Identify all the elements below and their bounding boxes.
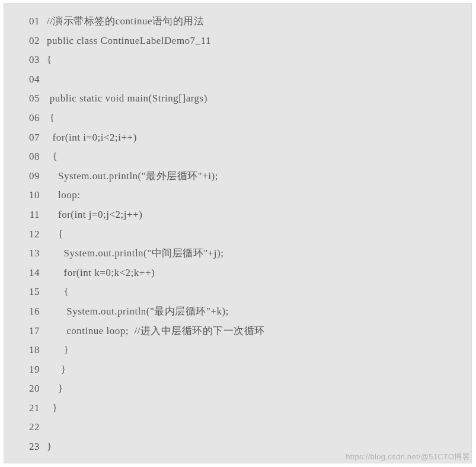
line-number: 20 [18,379,47,399]
line-text: { [47,109,55,128]
code-line: 01//演示带标签的continue语句的用法 [18,12,457,31]
code-line: 21 } [18,399,457,418]
code-line: 05 public static void main(String[]args) [18,89,457,109]
line-number: 18 [18,341,47,360]
line-text: System.out.println("最外层循环"+i); [47,167,218,186]
line-text: for(int j=0;j<2;j++) [47,205,142,225]
line-number: 13 [18,244,47,263]
line-text: { [47,147,57,167]
line-number: 04 [18,70,47,90]
line-text: for(int i=0;i<2;i++) [47,128,137,148]
code-line: 18 } [18,341,457,360]
code-line: 02public class ContinueLabelDemo7_11 [18,31,457,51]
line-number: 01 [18,12,47,31]
line-text: } [47,379,63,399]
line-text: public class ContinueLabelDemo7_11 [47,31,211,51]
code-line: 11 for(int j=0;j<2;j++) [18,205,457,225]
line-number: 09 [18,167,47,186]
code-line: 14 for(int k=0;k<2;k++) [18,263,457,283]
line-text: } [47,437,52,457]
line-text: { [47,50,52,70]
line-number: 16 [18,302,47,322]
line-number: 23 [18,437,47,457]
line-number: 08 [18,147,47,167]
line-text: { [47,225,63,244]
line-number: 15 [18,282,47,302]
line-text: System.out.println("中间层循环"+j); [47,244,223,263]
line-number: 21 [18,399,47,418]
code-line: 04 [18,70,457,90]
code-line: 10 loop: [18,186,457,205]
code-line: 03{ [18,50,457,70]
line-number: 03 [18,50,47,70]
code-block: 01//演示带标签的continue语句的用法 02public class C… [4,3,472,463]
code-line: 13 System.out.println("中间层循环"+j); [18,244,457,263]
watermark: https://blog.csdn.net/@51CTO博客 [346,452,470,462]
line-text: loop: [47,186,80,205]
line-number: 06 [18,109,47,128]
line-number: 17 [18,322,47,341]
line-text: //演示带标签的continue语句的用法 [47,12,204,31]
code-line: 16 System.out.println("最内层循环"+k); [18,302,457,322]
line-number: 19 [18,360,47,380]
line-number: 02 [18,31,47,51]
line-text: System.out.println("最内层循环"+k); [47,302,229,322]
line-text: public static void main(String[]args) [47,89,207,109]
line-text: { [47,282,69,302]
code-line: 17 continue loop; //进入中层循环的下一次循环 [18,322,457,341]
code-line: 09 System.out.println("最外层循环"+i); [18,167,457,186]
line-number: 05 [18,89,47,109]
code-line: 22 [18,418,457,437]
code-line: 06 { [18,109,457,128]
line-text: } [47,399,57,418]
line-number: 10 [18,186,47,205]
code-line: 08 { [18,147,457,167]
line-text: } [47,360,66,380]
line-text: continue loop; //进入中层循环的下一次循环 [47,322,265,341]
line-number: 14 [18,263,47,283]
code-line: 19 } [18,360,457,380]
code-line: 12 { [18,225,457,244]
line-number: 07 [18,128,47,148]
line-text: for(int k=0;k<2;k++) [47,263,155,283]
line-number: 22 [18,418,47,437]
code-line: 15 { [18,282,457,302]
line-number: 11 [18,205,47,225]
line-text: } [47,341,69,360]
code-line: 07 for(int i=0;i<2;i++) [18,128,457,148]
code-line: 20 } [18,379,457,399]
line-number: 12 [18,225,47,244]
